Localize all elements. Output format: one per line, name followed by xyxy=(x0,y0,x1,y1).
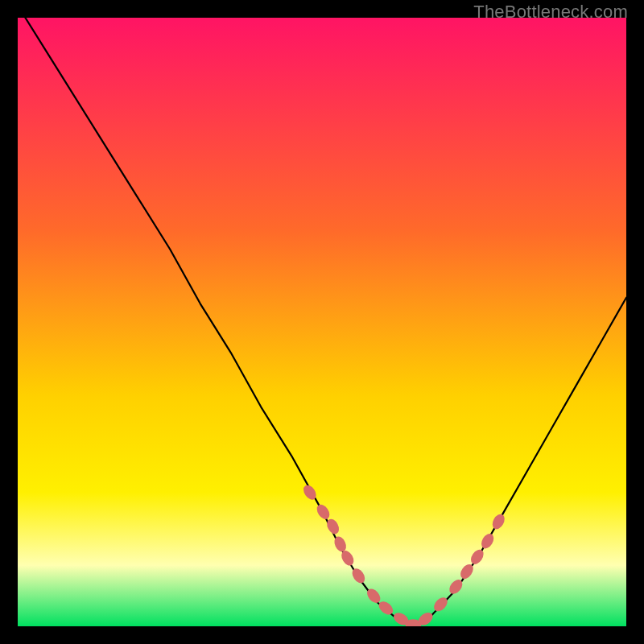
outer-black-frame: TheBottleneck.com xyxy=(0,0,644,644)
heatmap-background xyxy=(18,18,626,626)
bottleneck-chart xyxy=(18,18,626,626)
plot-area xyxy=(18,18,626,626)
